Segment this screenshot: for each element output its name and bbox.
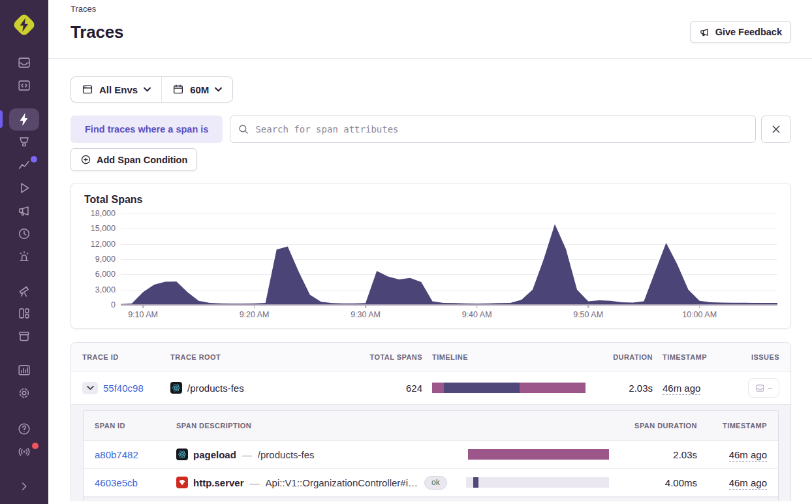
chart-y-axis: 03,0006,0009,00012,00015,00018,000: [84, 213, 116, 305]
environment-filter-label: All Envs: [99, 84, 138, 95]
span-description: Api::V1::OrganizationController#i…: [266, 477, 418, 488]
sidebar-item-settings[interactable]: [0, 381, 48, 404]
sidebar-item-explore[interactable]: [0, 108, 48, 131]
span-id-link[interactable]: a80b7482: [95, 449, 166, 460]
spans-table: SPAN ID SPAN DESCRIPTION SPAN DURATION T…: [83, 410, 779, 501]
span-attributes-search-input[interactable]: [230, 116, 756, 143]
telescope-icon: [17, 283, 31, 298]
trace-timestamp: 46m ago: [663, 383, 730, 394]
breadcrumb[interactable]: Traces: [70, 3, 96, 14]
trace-timeline: [432, 383, 586, 393]
chevron-right-icon: [17, 479, 31, 494]
span-duration-bar: [473, 477, 478, 488]
sidebar-group: [0, 279, 48, 347]
span-id-link[interactable]: 4603e5cb: [95, 477, 166, 488]
give-feedback-label: Give Feedback: [715, 27, 782, 37]
col-span-description: SPAN DESCRIPTION: [176, 422, 456, 430]
sidebar-group: [0, 358, 48, 404]
sidebar-item-pipeline[interactable]: [0, 131, 48, 153]
funnel-icon: [17, 135, 31, 150]
code-folder-icon: [17, 78, 31, 93]
window-icon: [82, 84, 93, 95]
span-op: http.server: [193, 477, 244, 488]
gear-icon: [17, 386, 31, 400]
sidebar-item-collapse-sidebar[interactable]: [0, 475, 48, 497]
x-axis-tick: [365, 306, 366, 308]
sidebar-item-issues[interactable]: [0, 51, 48, 74]
issues-inbox-icon: [755, 383, 765, 393]
sidebar-item-replays[interactable]: [0, 176, 48, 199]
col-trace-root: TRACE ROOT: [170, 353, 341, 361]
time-range-filter-label: 60M: [190, 84, 209, 95]
span-row: 4603e5cb http.server — Api::V1::Organiza…: [84, 469, 778, 497]
x-axis-tick: [142, 306, 144, 308]
search-icon: [238, 123, 249, 135]
sidebar-item-alerts[interactable]: [0, 245, 48, 268]
x-axis-label: 9:30 AM: [351, 310, 381, 319]
chart-x-axis: 9:10 AM9:20 AM9:30 AM9:40 AM9:50 AM10:00…: [121, 305, 777, 322]
traces-table-header: TRACE ID TRACE ROOT TOTAL SPANS TIMELINE…: [71, 343, 790, 371]
col-trace-id: TRACE ID: [82, 353, 161, 361]
span-timestamp: 46m ago: [707, 449, 767, 460]
calendar-icon: [172, 84, 184, 95]
play-icon: [17, 181, 31, 195]
col-duration: DURATION: [595, 353, 653, 361]
trace-id-link[interactable]: 55f40c98: [103, 383, 144, 394]
find-traces-label-chip: Find traces where a span is: [70, 116, 223, 143]
x-axis-label: 9:20 AM: [240, 310, 270, 319]
traces-table: TRACE ID TRACE ROOT TOTAL SPANS TIMELINE…: [70, 342, 791, 501]
add-span-condition-button[interactable]: Add Span Condition: [70, 148, 197, 171]
col-span-id: SPAN ID: [95, 422, 166, 430]
span-timestamp-value: 46m ago: [729, 477, 767, 490]
ruby-project-icon: [176, 477, 188, 488]
give-feedback-button[interactable]: Give Feedback: [690, 21, 791, 43]
y-axis-label: 12,000: [84, 239, 116, 249]
sidebar-item-help[interactable]: [0, 417, 48, 440]
sentry-logo[interactable]: [11, 12, 37, 38]
close-icon: [771, 124, 781, 134]
sidebar-item-crons[interactable]: [0, 222, 48, 245]
sidebar-item-whats-new[interactable]: [0, 440, 48, 463]
chevron-down-icon: [144, 87, 151, 92]
col-timestamp: TIMESTAMP: [663, 353, 730, 361]
sidebar-item-projects[interactable]: [0, 74, 48, 97]
sidebar-bottom: [0, 417, 48, 504]
x-axis-label: 9:50 AM: [573, 310, 603, 319]
active-indicator: [0, 110, 3, 128]
col-span-duration: SPAN DURATION: [619, 422, 697, 430]
sidebar: [0, 0, 48, 504]
sidebar-item-dashboards[interactable]: [0, 302, 48, 324]
stats-icon: [17, 363, 31, 377]
x-axis-tick: [699, 306, 700, 308]
sidebar-item-discover[interactable]: [0, 279, 48, 302]
plus-circle-icon: [80, 154, 91, 165]
span-row: a80b7482 pageload — /products-fes: [84, 441, 778, 469]
react-atom-icon: [172, 383, 181, 392]
search-box: [230, 116, 756, 143]
lightning-icon: [17, 112, 31, 127]
sidebar-item-stats[interactable]: [0, 358, 48, 381]
collapse-trace-button[interactable]: [82, 382, 98, 394]
sidebar-group: [0, 108, 48, 268]
x-axis-label: 9:40 AM: [462, 310, 492, 319]
total-spans-area-series: [121, 213, 777, 305]
clear-search-button[interactable]: [761, 116, 791, 143]
y-axis-label: 6,000: [84, 269, 116, 279]
span-duration: 2.03s: [619, 449, 697, 460]
next-span-row-partial: [84, 497, 778, 501]
timeline-segment: [520, 383, 586, 393]
col-span-timestamp: TIMESTAMP: [707, 422, 767, 430]
col-timeline: TIMELINE: [432, 353, 586, 361]
notification-dot: [31, 441, 40, 450]
sidebar-item-releases[interactable]: [0, 324, 48, 347]
span-duration: 4.00ms: [619, 477, 697, 488]
trace-row[interactable]: 55f40c98 /products-fes 624 2.03s 46m ago: [71, 371, 790, 404]
clock-icon: [17, 227, 31, 241]
timeline-track: [466, 477, 609, 488]
react-project-icon: [170, 382, 182, 394]
time-range-filter[interactable]: 60M: [162, 77, 232, 102]
environment-filter[interactable]: All Envs: [71, 77, 161, 102]
sidebar-item-user-feedback[interactable]: [0, 199, 48, 222]
sidebar-item-insights[interactable]: [0, 153, 48, 176]
layout-icon: [17, 306, 31, 321]
